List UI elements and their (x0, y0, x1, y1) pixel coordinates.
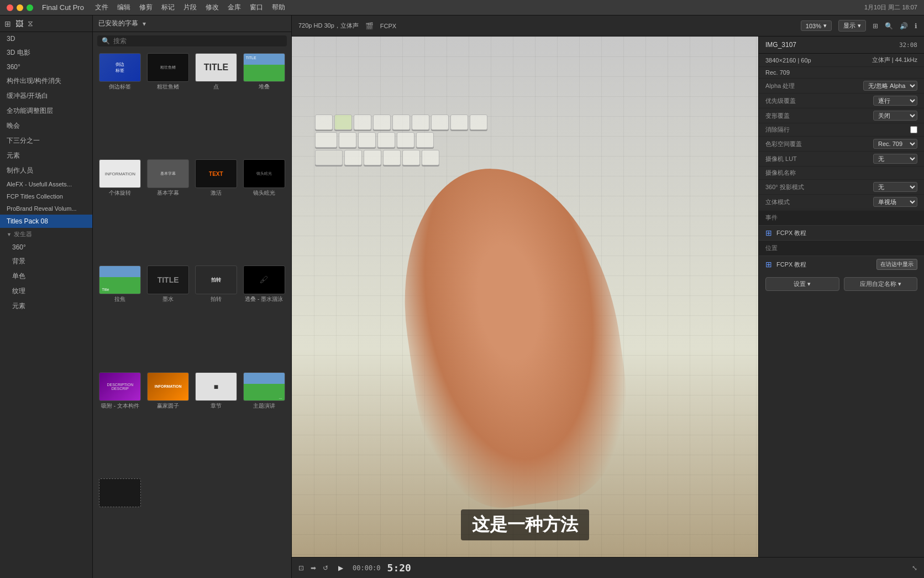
sidebar-item-build[interactable]: 构件出现/构件消失 (0, 74, 92, 88)
sidebar-item-adjust[interactable]: 全功能调整图层 (0, 103, 92, 118)
layout-icon-1[interactable]: ⊞ (873, 22, 878, 30)
inspector-settings-btn[interactable]: 设置 ▾ (765, 277, 839, 291)
inspector-select-colorspace[interactable]: Rec. 709 (873, 139, 917, 149)
inspector-select-priority[interactable]: 逐行 (873, 96, 917, 106)
inspector-row-camname: 摄像机名称 (759, 166, 924, 180)
play-button[interactable]: ▶ (335, 563, 346, 574)
inspector-select-alpha[interactable]: 无/忽略 Alpha (863, 81, 917, 91)
zoom-dropdown[interactable]: 103% ▾ (801, 20, 832, 31)
minimize-button[interactable] (17, 4, 23, 11)
sidebar-item-alefx[interactable]: AleFX - Usefull Assets... (0, 178, 92, 190)
browser-header: 已安装的字幕 ▾ (93, 15, 291, 32)
event-label-1: FCPX 教程 (776, 229, 806, 237)
sidebar-item-party[interactable]: 晚会 (0, 118, 92, 133)
sidebar-item-elements[interactable]: 元素 (0, 148, 92, 163)
sidebar-item-bg[interactable]: 背景 (0, 254, 92, 269)
menu-window[interactable]: 窗口 (250, 3, 263, 12)
preview-refresh-icon[interactable]: ↺ (323, 564, 328, 572)
preview-arrow-icon[interactable]: ➡ (311, 564, 316, 572)
menu-clip[interactable]: 片段 (183, 3, 197, 12)
fullscreen-icon[interactable]: ⤡ (912, 564, 917, 572)
browser-label-0: 倒边标签 (99, 83, 141, 91)
preview-header: 720p HD 30p，立体声 🎬 FCPX 103% ▾ 显示 ▾ ⊞ 🔍 🔊… (292, 15, 924, 37)
menu-library[interactable]: 金库 (228, 3, 241, 12)
menu-help[interactable]: 帮助 (272, 3, 285, 12)
menu-modify[interactable]: 修改 (206, 3, 219, 12)
sidebar-item-3d[interactable]: 3D (0, 32, 92, 45)
preview-library: FCPX (380, 23, 396, 29)
browser-label-14: 章节 (195, 402, 237, 410)
inspector-checkbox-deinterlace[interactable] (910, 126, 917, 133)
sidebar-item-texture[interactable]: 纹理 (0, 284, 92, 299)
sidebar-item-fcp-titles[interactable]: FCP Titles Collection (0, 190, 92, 202)
browser-thumb-4: INFORMATION (99, 159, 141, 188)
sidebar-item-elements-gen[interactable]: 元素 (0, 299, 92, 314)
inspector-select-stereo[interactable]: 单视场 (873, 197, 917, 207)
browser-item-9[interactable]: TITLE 墨水 (145, 265, 191, 369)
browser-item-12[interactable]: DESCRIPTIONDESCRIP 吸附 - 文本构件 (97, 372, 143, 476)
titlebar-right: 1月10日 周二 18:07 (864, 3, 917, 12)
sidebar-item-crew[interactable]: 制作人员 (0, 163, 92, 178)
browser-item-15[interactable]: ... 主题演讲 (241, 372, 287, 476)
browser-item-7[interactable]: 镜头眩光 镜头眩光 (241, 159, 287, 263)
inspector-select-deform[interactable]: 关闭 (873, 111, 917, 121)
browser-item-2[interactable]: TITLE 点 (193, 53, 239, 157)
inspector-label-deinterlace: 消除隔行 (765, 126, 906, 134)
browser-item-0[interactable]: 倒边标签 倒边标签 (97, 53, 143, 157)
keyboard-visual: 这是一种方法 (292, 37, 758, 557)
browser-label-15: 主题演讲 (243, 402, 285, 410)
layout-icon-2[interactable]: 🔍 (885, 22, 893, 30)
browser-item-1[interactable]: 粗壮鱼鳍 粗壮鱼鳍 (145, 53, 191, 157)
browser-label-9: 墨水 (147, 295, 189, 303)
event-icon-2: ⊞ (765, 260, 772, 269)
menu-edit[interactable]: 编辑 (117, 3, 130, 12)
menu-file[interactable]: 文件 (95, 3, 108, 12)
inspector-color-profile: Rec. 709 (765, 69, 790, 76)
browser-thumb-15: ... (243, 372, 285, 401)
inspector-section-events: 事件 (759, 210, 924, 226)
inspector-select-360proj[interactable]: 无 (873, 182, 917, 192)
sidebar-item-titles-pack[interactable]: Titles Pack 08 (0, 215, 92, 228)
browser-dropdown-icon[interactable]: ▾ (143, 20, 146, 28)
display-dropdown[interactable]: 显示 ▾ (838, 20, 866, 32)
browser-search-input[interactable] (113, 37, 282, 45)
browser-item-14[interactable]: ■ 章节 (193, 372, 239, 476)
browser-item-3[interactable]: TITLE 堆叠 (241, 53, 287, 157)
sidebar-item-buffer[interactable]: 缓冲器/开场白 (0, 88, 92, 103)
browser-item-preview[interactable] (97, 478, 143, 575)
browser-item-6[interactable]: TEXT 激活 (193, 159, 239, 263)
browser-item-13[interactable]: INFORMATION 赢家圆子 (145, 372, 191, 476)
browser-item-4[interactable]: INFORMATION 个体旋转 (97, 159, 143, 263)
menu-trim[interactable]: 修剪 (139, 3, 153, 12)
browser-item-10[interactable]: 拍转 拍转 (193, 265, 239, 369)
close-button[interactable] (7, 4, 13, 11)
sidebar-item-3dmovie[interactable]: 3D 电影 (0, 45, 92, 60)
sidebar-item-360[interactable]: 360° (0, 60, 92, 74)
browser-thumb-2: TITLE (195, 53, 237, 82)
sidebar-item-lower3rd[interactable]: 下三分之一 (0, 133, 92, 148)
layout-icon-4[interactable]: ℹ (915, 22, 917, 30)
menu-mark[interactable]: 标记 (161, 3, 175, 12)
inspector-label-alpha: Alpha 处理 (765, 82, 859, 90)
browser-label-13: 赢家圆子 (147, 402, 189, 410)
sidebar-item-solid[interactable]: 单色 (0, 269, 92, 284)
layout-icon-3[interactable]: 🔊 (900, 22, 908, 30)
browser-item-5[interactable]: 基本字幕 基本字幕 (145, 159, 191, 263)
sidebar-item-360-gen[interactable]: 360° (0, 241, 92, 254)
browser-thumb-14: ■ (195, 372, 237, 401)
inspector-select-lut[interactable]: 无 (873, 154, 917, 164)
subtitle-text: 这是一种方法 (472, 514, 578, 534)
sidebar-icon-3[interactable]: ⧖ (28, 19, 33, 28)
browser-item-8[interactable]: Title 拉焦 (97, 265, 143, 369)
preview-size-icon[interactable]: ⊡ (298, 564, 304, 572)
sidebar-icon-2[interactable]: 🖼 (15, 19, 23, 28)
inspector-apply-name-btn[interactable]: 应用自定名称 ▾ (844, 277, 918, 291)
browser-label-8: 拉焦 (99, 295, 141, 303)
browser-item-11[interactable]: 🖋 透叠 - 墨水涸泳 (241, 265, 287, 369)
sidebar-item-probrand[interactable]: ProBrand Reveal Volum... (0, 202, 92, 215)
inspector-show-finder-btn[interactable]: 在访达中显示 (876, 259, 917, 270)
sidebar-icon-1[interactable]: ⊞ (4, 19, 11, 28)
main-layout: ⊞ 🖼 ⧖ 3D 3D 电影 360° 构件出现/构件消失 缓冲器/开场白 全功… (0, 15, 924, 578)
maximize-button[interactable] (27, 4, 33, 11)
browser-label-10: 拍转 (195, 295, 237, 303)
